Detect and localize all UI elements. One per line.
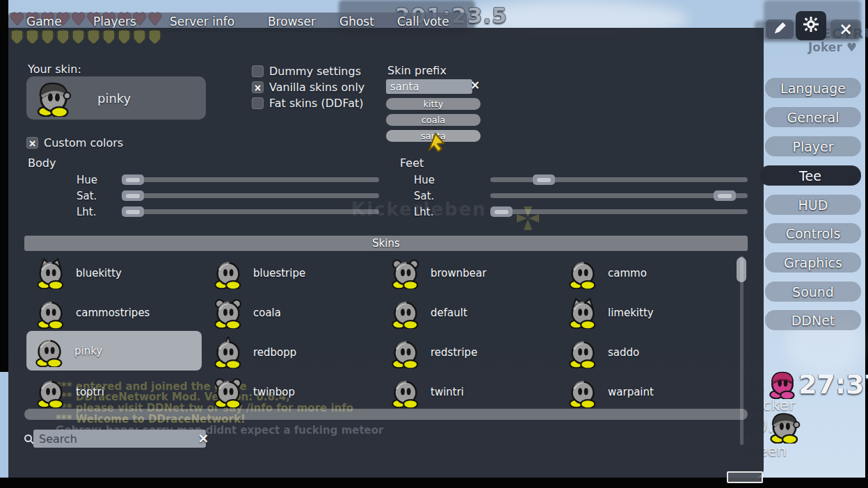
check-mark: × [254,83,262,92]
menu-item-game[interactable]: Game [26,15,62,29]
menu-item-call-vote[interactable]: Call vote [397,15,449,29]
editor-button[interactable] [766,19,794,39]
feet-hue-slider[interactable] [490,177,748,182]
skin-item-redbopp[interactable]: redbopp [205,332,379,372]
custom-colors-checkbox[interactable]: × [26,137,38,149]
skin-item-toptri[interactable]: toptri [28,372,202,412]
tab-language[interactable]: Language [765,78,861,98]
tee-icon [212,336,244,368]
skin-item-limekitty[interactable]: limekitty [560,293,734,332]
clear-prefix-icon[interactable]: × [470,79,480,91]
skin-item-coala[interactable]: coala [205,293,379,332]
skin-name: saddo [608,346,639,359]
slider-handle[interactable] [122,206,144,217]
prefix-suggestion-coala[interactable]: coala [386,114,481,126]
current-skin-name: pinky [97,91,131,106]
tab-ddnet[interactable]: DDNet [765,310,861,330]
tab-tee[interactable]: Tee [760,165,861,186]
tee-icon [35,297,67,329]
skin-item-warpaint[interactable]: warpaint [560,372,734,412]
feet-sat-label: Sat. [414,190,434,202]
vanilla-skins-label: Vanilla skins only [269,81,364,94]
skin-prefix-input[interactable] [386,79,472,94]
gear-icon [803,16,819,35]
tee-icon-kicker [767,368,798,399]
tab-graphics[interactable]: Graphics [765,252,861,273]
quit-button[interactable]: × [830,19,861,39]
skin-name: redbopp [253,346,296,359]
menu-item-browser[interactable]: Browser [268,15,316,29]
tee-icon [389,336,421,368]
tee-icon [389,297,421,329]
skin-item-bluestripe[interactable]: bluestripe [205,253,379,293]
skin-name: limekitty [608,307,654,319]
feet-lht-slider[interactable] [490,209,748,214]
skin-item-twintri[interactable]: twintri [383,372,556,412]
skin-item-default[interactable]: default [383,293,556,332]
skin-item-cammo[interactable]: cammo [560,253,734,293]
vertical-scrollbar-thumb[interactable] [737,257,746,282]
tee-icon-deen [768,410,801,444]
slider-handle[interactable] [533,174,555,185]
slider-handle[interactable] [490,206,513,217]
menu-item-players[interactable]: Players [93,15,136,29]
skin-name: pinky [74,345,102,357]
skin-name: cammo [608,267,647,279]
tee-icon [35,257,67,289]
vertical-scrollbar-track[interactable] [740,256,744,445]
body-section-label: Body [28,156,56,170]
vanilla-skins-checkbox[interactable]: × [252,81,264,93]
skin-name: bluekitty [76,267,122,279]
menu-item-server-info[interactable]: Server info [170,15,234,29]
settings-button[interactable] [796,11,826,40]
dummy-settings-checkbox[interactable] [252,65,264,77]
dummy-settings-label: Dummy settings [269,65,361,78]
body-sat-slider[interactable] [122,193,379,198]
tab-hud[interactable]: HUD [765,195,861,215]
skin-item-pinky-selected[interactable]: pinky [26,331,202,371]
prefix-suggestion-kitty[interactable]: kitty [386,98,481,110]
menu-item-ghost[interactable]: Ghost [339,15,374,29]
body-lht-slider[interactable] [122,209,379,214]
tee-icon [567,336,599,368]
slider-handle[interactable] [122,174,144,185]
tee-icon [567,257,599,289]
skin-name: cammostripes [76,307,150,319]
pencil-icon [773,22,787,38]
map-edge-strip [0,372,8,478]
mouse-cursor [427,132,445,156]
body-hue-slider[interactable] [122,177,379,182]
scoreboard-time-1: 27:37 [798,369,868,400]
body-hue-label: Hue [77,174,97,186]
custom-colors-label: Custom colors [44,136,123,149]
tab-general[interactable]: General [765,107,861,127]
skin-item-cammostripes[interactable]: cammostripes [28,293,202,332]
tee-icon [212,257,244,289]
tee-icon [389,376,421,408]
skin-name: default [431,307,467,319]
fat-skins-label: Fat skins (DDFat) [269,97,363,110]
skin-item-brownbear[interactable]: brownbear [383,253,556,293]
fat-skins-checkbox[interactable] [252,97,264,109]
skin-item-twinbop[interactable]: twinbop [205,372,379,412]
body-sat-label: Sat. [77,190,97,202]
feet-lht-label: Lht. [414,206,434,218]
tab-player[interactable]: Player [765,136,861,156]
tab-sound[interactable]: Sound [765,282,861,302]
skin-name: bluestripe [253,267,305,279]
skin-item-redstripe[interactable]: redstripe [383,332,556,372]
skin-item-saddo[interactable]: saddo [560,332,734,372]
clear-search-icon[interactable]: × [198,431,209,445]
your-skin-label: Your skin: [28,63,81,76]
tab-controls[interactable]: Controls [765,223,861,243]
skin-item-bluekitty[interactable]: bluekitty [28,253,202,293]
search-input[interactable] [33,430,206,448]
skin-name: redstripe [431,346,477,359]
check-mark: × [29,138,37,148]
slider-handle[interactable] [714,190,736,201]
skin-name: warpaint [608,386,654,398]
skin-name: brownbear [431,267,486,279]
slider-handle[interactable] [122,190,144,201]
horizontal-scrollbar[interactable] [24,409,748,420]
feet-sat-slider[interactable] [490,193,748,198]
